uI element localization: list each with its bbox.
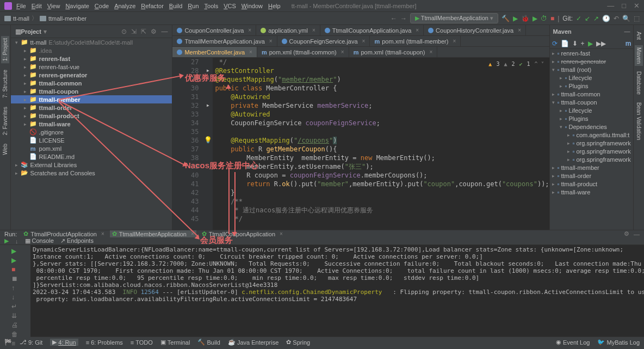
close-icon[interactable]: × (280, 231, 283, 237)
close-icon[interactable]: × (101, 231, 104, 237)
editor-tab[interactable]: CouponFeignService.java× (277, 36, 370, 46)
download-icon[interactable]: ⬇ (572, 40, 578, 47)
git-rollback-icon[interactable]: ↶ (614, 15, 619, 22)
maven-tree[interactable]: ▸▫renren-fast▸▫renren-generator▾▫ttmall … (550, 49, 634, 230)
terminal-tab[interactable]: ▣ Terminal (160, 339, 190, 346)
git-tab[interactable]: ⎇ 9: Git (20, 339, 42, 346)
tree-item[interactable]: ▸📁ttmall-coupon (11, 87, 172, 95)
tree-item[interactable]: 📄README.md (11, 152, 172, 161)
close-icon[interactable]: × (362, 38, 366, 44)
maven-item[interactable]: ▸▫Lifecycle (550, 74, 634, 82)
add-icon[interactable]: + (581, 40, 585, 47)
menu-code[interactable]: Code (95, 3, 109, 9)
select-opened-icon[interactable]: ⊙ (121, 28, 127, 35)
maven-item[interactable]: ▸▫org.springframework (550, 147, 634, 155)
tree-item[interactable]: ▸📁ttmall-common (11, 79, 172, 87)
tree-item[interactable]: ▾📁tt-mallE:\studyCode\ttMallCode\tt-mall (11, 38, 172, 46)
editor-tab[interactable]: TtmallMemberApplication.java× (172, 36, 277, 46)
todo-tab[interactable]: ≡ TODO (131, 339, 153, 346)
menu-window[interactable]: Window (242, 3, 263, 9)
console-output[interactable]: DynamicServerListLoadBalancer:{NFLoadBal… (30, 245, 644, 347)
tab-web[interactable]: Web (1, 142, 9, 157)
run-icon[interactable]: ▶ (513, 15, 518, 22)
tab-database[interactable]: Database (635, 69, 643, 97)
tab-structure[interactable]: 7: Structure (1, 68, 9, 100)
scroll-icon[interactable]: ⇊ (11, 312, 19, 320)
maven-item[interactable]: ▾▫ttmall-coupon (550, 98, 634, 106)
stack-icon[interactable]: ≡ (11, 340, 19, 347)
expand-all-icon[interactable]: ⇲ (131, 28, 137, 35)
menu-file[interactable]: File (16, 3, 26, 9)
settings-icon[interactable]: ⬚ (634, 15, 640, 22)
hide-icon[interactable]: — (161, 28, 168, 35)
tree-item[interactable]: ▸📁ttmall-ware (11, 120, 172, 128)
editor-tab[interactable]: TtmallCouponApplication.java× (320, 25, 424, 35)
git-history-icon[interactable]: 🕐 (602, 15, 610, 22)
git-push-icon[interactable]: ↗ (593, 15, 599, 22)
maven-item[interactable]: ▸▫org.springframework (550, 155, 634, 163)
profile-icon[interactable]: ⏱ (541, 15, 547, 22)
maven-item[interactable]: ▸▫org.springframework (550, 139, 634, 147)
event-log-tab[interactable]: ◉ Event Log (556, 339, 590, 346)
run-icon[interactable]: ▶ (11, 256, 19, 264)
maven-item[interactable]: ▸▫Plugins (550, 114, 634, 123)
menu-edit[interactable]: Edit (32, 3, 42, 9)
maximize-icon[interactable]: □ (622, 2, 626, 10)
close-icon[interactable]: × (429, 49, 432, 55)
maven-item[interactable]: ▸▫Lifecycle (550, 106, 634, 114)
rerun-icon[interactable]: ▶ (11, 247, 19, 255)
run-tab[interactable]: ▶ 4: Run (50, 339, 78, 346)
close-icon[interactable]: × (312, 27, 315, 33)
editor-tab[interactable]: CouponHistoryController.java× (424, 25, 526, 35)
close-icon[interactable]: × (191, 231, 194, 237)
editor-tab[interactable]: mpom.xml (ttmall-coupon)× (349, 47, 438, 57)
close-icon[interactable]: × (341, 49, 344, 55)
reload-icon[interactable]: ⟳ (552, 40, 558, 47)
tree-item[interactable]: 📄LICENSE (11, 136, 172, 144)
inspection-summary[interactable]: ▲3 ▲2 ✔1 ^ ˅ (486, 60, 546, 68)
tab-bean[interactable]: Bean Validation (635, 100, 643, 142)
close-icon[interactable]: × (453, 38, 456, 44)
run-maven-icon[interactable]: ▶ (588, 40, 593, 47)
down-icon[interactable]: ↓ (11, 293, 19, 301)
breadcrumb-module[interactable]: ttmall-member (48, 15, 86, 22)
editor-tab[interactable]: application.yml× (256, 25, 320, 35)
editor-tab[interactable]: CouponController.java× (172, 25, 256, 35)
spring-tab[interactable]: ✿ Spring (286, 339, 310, 346)
flag-icon[interactable]: 🏁 (4, 339, 12, 346)
menu-navigate[interactable]: Navigate (65, 3, 89, 9)
run-config-tab[interactable]: ✿ TtmallProductApplication × (21, 230, 107, 237)
forward-icon[interactable]: → (400, 15, 407, 22)
menu-tools[interactable]: Tools (205, 3, 219, 9)
tree-item[interactable]: ▸📚External Libraries (11, 161, 172, 169)
menu-build[interactable]: Build (169, 3, 182, 9)
stop-icon[interactable]: ■ (550, 15, 554, 22)
coverage-icon[interactable]: ▶ (532, 15, 537, 22)
maven-item[interactable]: ▸▫ttmall-ware (550, 188, 634, 196)
code-editor[interactable]: 27282930313233343536373839404142434445 ▸… (172, 58, 549, 230)
run-config-tab[interactable]: ✿ TtmallCouponApplication × (200, 230, 285, 237)
project-tree[interactable]: ▾📁tt-mallE:\studyCode\ttMallCode\tt-mall… (11, 38, 172, 230)
exec-icon[interactable]: ▶▶ (596, 40, 606, 47)
tab-ant[interactable]: Ant (635, 29, 643, 42)
close-icon[interactable]: × (269, 38, 273, 44)
tree-item[interactable]: ▸📁ttmall-member (11, 95, 172, 103)
back-icon[interactable]: ← (391, 15, 397, 22)
menu-help[interactable]: Help (268, 3, 281, 9)
tree-item[interactable]: ▸📁renren-generator (11, 71, 172, 79)
maven-item[interactable]: ▸▫com.agentliu.ttmall:t (550, 131, 634, 139)
tree-item[interactable]: ▸📁ttmall-product (11, 112, 172, 120)
maven-item[interactable]: ▸▫Plugins (550, 82, 634, 90)
tab-favorites[interactable]: 2: Favorites (1, 105, 9, 137)
tree-item[interactable]: ▸📁renren-fast (11, 54, 172, 63)
git-commit-icon[interactable]: ↙ (585, 15, 590, 22)
minimize-icon[interactable]: — (607, 2, 614, 10)
close-icon[interactable]: × (416, 27, 419, 33)
maven-item[interactable]: ▸▫ttmall-product (550, 180, 634, 188)
tree-item[interactable]: 🚫.gitignore (11, 128, 172, 136)
build-tab[interactable]: 🔨 Build (197, 339, 220, 346)
rerun-icon[interactable]: ▶ (4, 237, 9, 244)
gen-sources-icon[interactable]: 📄 (561, 40, 569, 47)
stop-icon[interactable]: ■ (11, 266, 19, 273)
up-icon[interactable]: ↑ (11, 284, 19, 292)
